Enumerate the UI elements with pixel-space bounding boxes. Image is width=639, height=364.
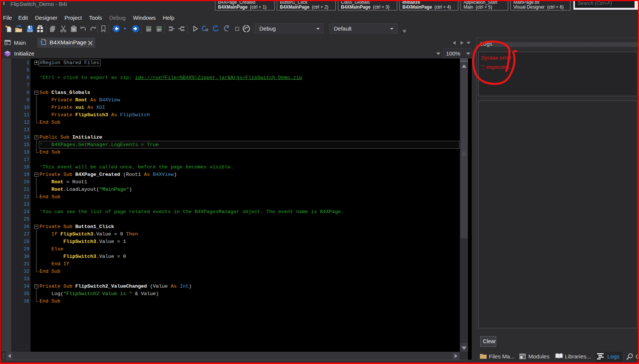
svg-text:2: 2 [158,28,159,32]
